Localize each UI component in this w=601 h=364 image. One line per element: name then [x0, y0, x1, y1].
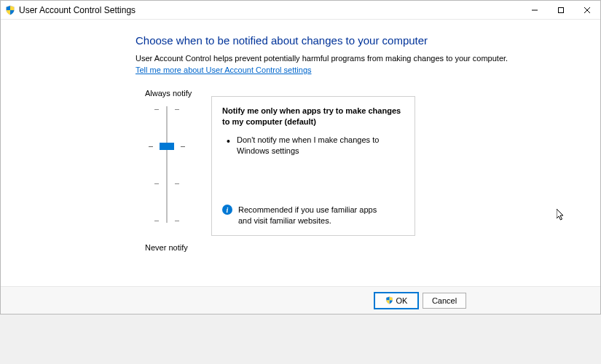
cancel-label: Cancel: [432, 296, 457, 305]
info-title: Notify me only when apps try to make cha…: [222, 106, 404, 127]
slider-label-top: Always notify: [145, 89, 192, 98]
maximize-button[interactable]: [548, 1, 574, 19]
slider-track[interactable]: [166, 106, 168, 223]
minimize-button[interactable]: [522, 1, 548, 19]
ok-button[interactable]: OK: [374, 293, 418, 309]
shield-icon: [385, 296, 393, 304]
content-area: Choose when to be notified about changes…: [1, 20, 600, 288]
svg-rect-1: [559, 7, 564, 12]
slider-label-bottom: Never notify: [145, 243, 188, 252]
slider-tick: [154, 221, 179, 221]
ok-label: OK: [396, 296, 408, 305]
close-button[interactable]: [574, 1, 600, 19]
recommendation-text: Recommended if you use familiar apps and…: [238, 205, 391, 226]
learn-more-link[interactable]: Tell me more about User Account Control …: [135, 66, 312, 74]
shield-icon: [5, 5, 15, 15]
page-description: User Account Control helps prevent poten…: [135, 54, 600, 63]
info-icon: i: [222, 205, 232, 215]
window-controls: [522, 1, 600, 19]
recommendation: i Recommended if you use familiar apps a…: [222, 205, 391, 226]
slider-thumb[interactable]: [160, 143, 174, 150]
cancel-button[interactable]: Cancel: [423, 293, 466, 309]
titlebar: User Account Control Settings: [1, 1, 600, 20]
dialog-footer: OK Cancel: [1, 286, 600, 314]
notification-info-panel: Notify me only when apps try to make cha…: [211, 96, 415, 236]
uac-settings-window: User Account Control Settings Choose whe…: [0, 0, 601, 314]
page-heading: Choose when to be notified about changes…: [135, 34, 600, 47]
info-list: Don't notify me when I make changes to W…: [222, 135, 404, 157]
slider-tick: [154, 183, 179, 184]
window-title: User Account Control Settings: [19, 5, 522, 15]
info-bullet: Don't notify me when I make changes to W…: [227, 135, 404, 157]
slider-tick: [154, 109, 179, 110]
